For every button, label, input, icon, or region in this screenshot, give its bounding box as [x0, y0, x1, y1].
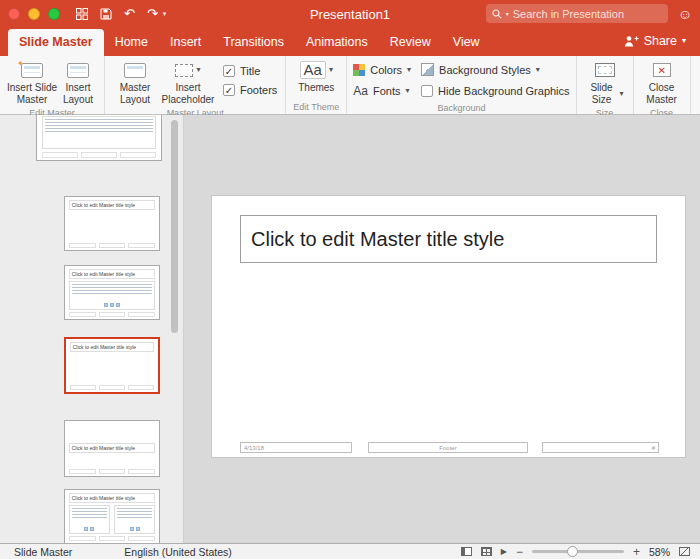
- colors-label: Colors: [370, 64, 402, 76]
- hide-background-graphics-checkbox[interactable]: Hide Background Graphics: [421, 80, 569, 101]
- insert-layout-button[interactable]: Insert Layout: [58, 59, 98, 106]
- thumbnail-title-text: Click to edit Master title style: [69, 200, 156, 210]
- background-styles-dropdown[interactable]: Background Styles ▾: [421, 59, 569, 80]
- thumbnail-layout-two-content[interactable]: Click to edit Master title style: [64, 489, 160, 543]
- powerpoint-window: { "icons": { "chevron_down": "▾", "check…: [0, 0, 700, 559]
- checkbox-check-icon: ✓: [223, 84, 235, 96]
- tab-home[interactable]: Home: [104, 29, 159, 56]
- chevron-down-icon[interactable]: ▾: [506, 10, 509, 17]
- master-layout-icon: [124, 63, 146, 78]
- colors-dropdown[interactable]: Colors ▾: [353, 59, 411, 80]
- checkbox-empty-icon: [421, 85, 433, 97]
- chevron-down-icon: ▾: [196, 66, 200, 74]
- zoom-slider-knob[interactable]: [567, 546, 578, 557]
- sidebar-scrollbar[interactable]: [171, 120, 178, 333]
- search-icon: [492, 9, 502, 19]
- ribbon: ✦ Insert Slide Master Insert Layout Edit…: [0, 56, 700, 115]
- status-bar: Slide Master English (United States) ▶ −…: [0, 543, 700, 559]
- thumbnail-title-text: Click to edit Master title style: [70, 342, 155, 352]
- chevron-down-icon: ▾: [407, 66, 411, 74]
- feedback-smiley-icon[interactable]: ☺: [678, 6, 692, 22]
- zoom-slider[interactable]: [532, 550, 624, 553]
- language-status[interactable]: English (United States): [124, 546, 231, 558]
- tab-insert[interactable]: Insert: [159, 29, 212, 56]
- redo-icon[interactable]: ↷: [147, 7, 158, 20]
- zoom-out-icon[interactable]: −: [516, 546, 523, 558]
- insert-placeholder-label: Insert Placeholder: [159, 82, 217, 106]
- slide-canvas[interactable]: Click to edit Master title style 4/13/18…: [211, 195, 686, 458]
- checkbox-check-icon: ✓: [223, 65, 235, 77]
- slide-size-button[interactable]: Slide Size▾: [583, 59, 627, 106]
- chevron-down-icon: ▾: [536, 66, 540, 74]
- share-button[interactable]: Share ▾: [618, 28, 692, 56]
- master-title-placeholder[interactable]: Click to edit Master title style: [240, 215, 657, 263]
- insert-placeholder-button[interactable]: ▾ Insert Placeholder: [159, 59, 217, 106]
- ribbon-group-edit-theme: Aa▾ Themes Edit Theme: [286, 56, 347, 114]
- slide-editing-area: Click to edit Master title style 4/13/18…: [183, 115, 700, 543]
- tab-slide-master[interactable]: Slide Master: [8, 29, 104, 56]
- thumbnail-layout-title[interactable]: Click to edit Master title style: [64, 196, 160, 251]
- ribbon-group-size: Slide Size▾ Size: [577, 56, 634, 114]
- slideshow-view-icon[interactable]: ▶: [501, 547, 507, 556]
- view-grid-icon[interactable]: [76, 8, 88, 20]
- minimize-window-button[interactable]: [28, 8, 40, 20]
- thumbnail-layout-title-content[interactable]: Click to edit Master title style: [64, 265, 160, 320]
- insert-layout-icon: [67, 63, 89, 78]
- master-layout-label: Master Layout: [111, 82, 159, 106]
- background-styles-icon: [421, 63, 434, 76]
- ribbon-tab-bar: Slide Master Home Insert Transitions Ani…: [0, 27, 700, 56]
- fit-slide-to-window-icon[interactable]: [679, 547, 690, 556]
- chevron-down-icon: ▾: [682, 37, 686, 45]
- tab-view[interactable]: View: [442, 29, 491, 56]
- normal-view-icon[interactable]: [461, 547, 472, 556]
- title-checkbox-label: Title: [240, 65, 260, 77]
- group-label-background: Background: [353, 101, 569, 115]
- thumbnail-master-slide[interactable]: Click to edit Master title style: [36, 115, 162, 161]
- ribbon-group-close: ✕ Close Master Close: [634, 56, 691, 114]
- close-master-button[interactable]: ✕ Close Master: [640, 59, 684, 106]
- search-input[interactable]: [513, 8, 662, 20]
- layout-thumbnail-pane: Click to edit Master title style Click t…: [0, 115, 183, 543]
- close-master-label: Close Master: [640, 82, 684, 106]
- close-window-button[interactable]: [8, 8, 20, 20]
- slide-sorter-view-icon[interactable]: [481, 547, 492, 556]
- insert-layout-label: Insert Layout: [58, 82, 98, 106]
- slide-size-label: Slide Size: [586, 82, 618, 106]
- slide-number-placeholder[interactable]: #: [542, 442, 659, 453]
- fonts-dropdown[interactable]: Aa Fonts ▾: [353, 80, 411, 101]
- ribbon-group-master-layout: Master Layout ▾ Insert Placeholder ✓ Tit…: [105, 56, 286, 114]
- colors-icon: [353, 64, 365, 76]
- footers-checkbox[interactable]: ✓ Footers: [223, 84, 277, 96]
- title-checkbox[interactable]: ✓ Title: [223, 65, 277, 77]
- search-box[interactable]: ▾: [486, 4, 668, 23]
- undo-icon[interactable]: ↶: [124, 7, 135, 20]
- hide-background-graphics-label: Hide Background Graphics: [438, 85, 569, 97]
- maximize-window-button[interactable]: [48, 8, 60, 20]
- tab-animations[interactable]: Animations: [295, 29, 379, 56]
- insert-slide-master-button[interactable]: ✦ Insert Slide Master: [6, 59, 58, 106]
- zoom-percent[interactable]: 58%: [649, 546, 670, 558]
- thumbnail-layout-title-only-selected[interactable]: Click to edit Master title style: [64, 337, 160, 394]
- themes-icon: Aa: [300, 61, 326, 79]
- footers-checkbox-label: Footers: [240, 84, 277, 96]
- tab-transitions[interactable]: Transitions: [212, 29, 295, 56]
- chevron-down-icon: ▾: [329, 66, 333, 74]
- date-placeholder[interactable]: 4/13/18: [240, 442, 352, 453]
- themes-button[interactable]: Aa▾ Themes: [292, 59, 340, 94]
- fonts-label: Fonts: [373, 85, 401, 97]
- save-icon[interactable]: [100, 8, 112, 20]
- ribbon-group-edit-master: ✦ Insert Slide Master Insert Layout Edit…: [0, 56, 105, 114]
- background-styles-label: Background Styles: [439, 64, 531, 76]
- content-area: Click to edit Master title style Click t…: [0, 115, 700, 543]
- master-layout-button[interactable]: Master Layout: [111, 59, 159, 106]
- thumbnail-layout-centered-title[interactable]: Click to edit Master title style: [64, 420, 160, 477]
- thumbnail-title-text: Click to edit Master title style: [69, 493, 156, 503]
- chevron-down-icon[interactable]: ▾: [163, 10, 167, 18]
- footer-placeholder[interactable]: Footer: [368, 442, 528, 453]
- zoom-in-icon[interactable]: +: [633, 546, 640, 558]
- ribbon-group-background: Colors ▾ Aa Fonts ▾ Background Styles ▾: [347, 56, 576, 114]
- thumbnail-title-text: Click to edit Master title style: [69, 443, 156, 453]
- tab-review[interactable]: Review: [379, 29, 442, 56]
- group-label-edit-theme: Edit Theme: [292, 100, 340, 114]
- share-label: Share: [644, 34, 677, 48]
